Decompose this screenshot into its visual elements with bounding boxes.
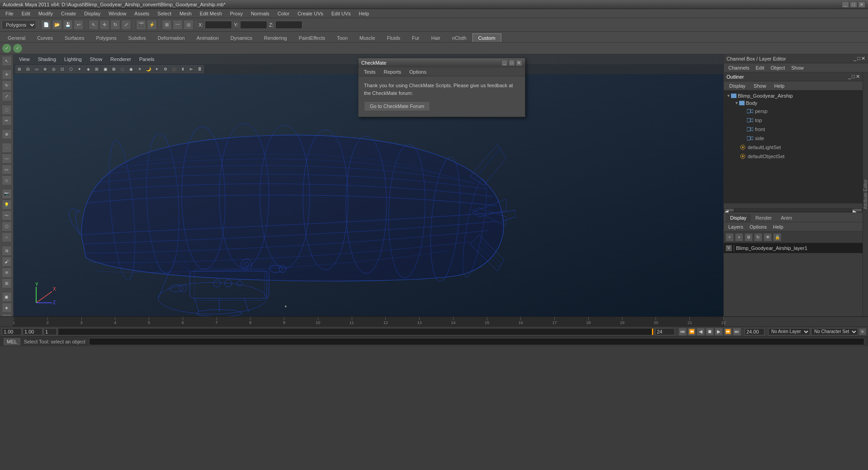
layer-btn[interactable]: ⧉ (2, 246, 12, 256)
layer-delete-btn[interactable]: × (735, 233, 743, 241)
layer-menu-help[interactable]: Help (770, 223, 786, 230)
vp-tb-12[interactable]: ⊠ (110, 65, 118, 73)
menu-file[interactable]: File (2, 10, 17, 17)
tab-dynamics[interactable]: Dynamics (225, 33, 258, 42)
layer-refresh-btn[interactable]: ↻ (754, 233, 762, 241)
vp-menu-view[interactable]: View (15, 56, 33, 63)
tree-item-side[interactable]: side (726, 134, 861, 143)
vp-tb-7[interactable]: ⬡ (67, 65, 75, 73)
layer-lock-btn[interactable]: 🔒 (773, 233, 781, 241)
move-mode-btn[interactable]: ✛ (2, 70, 12, 80)
camera-btn[interactable]: 📷 (2, 189, 12, 199)
vp-tb-11[interactable]: ▣ (101, 65, 109, 73)
vp-tb-5[interactable]: ◎ (50, 65, 58, 73)
outliner-scroll-right[interactable]: ▶ (853, 209, 862, 212)
tree-item-front[interactable]: front (726, 125, 861, 134)
timeline-ruler[interactable]: 12345678910111213141516171819202122 (14, 317, 723, 326)
outliner-scroll-left[interactable]: ◀ (725, 209, 734, 212)
select-mode-btn[interactable]: ↖ (2, 56, 12, 66)
show-manip-btn[interactable]: ⊕ (2, 129, 12, 139)
timeline-bar[interactable] (58, 328, 654, 335)
rotate-tool-btn[interactable]: ↻ (110, 20, 120, 30)
range-end2-input[interactable] (745, 328, 764, 335)
play-back-btn[interactable]: ◀ (697, 328, 705, 336)
tree-item-lightset[interactable]: defaultLightSet (726, 143, 861, 152)
vp-tb-22[interactable]: ≣ (196, 65, 204, 73)
vp-menu-shading[interactable]: Shading (34, 56, 60, 63)
cb-menu-channels[interactable]: Channels (726, 64, 752, 71)
render-btn[interactable]: 🎬 (136, 20, 146, 30)
menu-color[interactable]: Color (274, 10, 293, 17)
cm-menu-tests[interactable]: Tests (360, 68, 379, 75)
menu-display[interactable]: Display (80, 10, 104, 17)
step-back-btn[interactable]: ⏪ (688, 328, 696, 336)
go-to-start-btn[interactable]: ⏮ (679, 328, 687, 336)
range-start2-input[interactable] (23, 328, 42, 335)
tree-item-blimp[interactable]: ▼ Blimp_Goodyear_Airship (726, 92, 861, 99)
channel-box-minimize[interactable]: _ (854, 56, 856, 61)
scale-mode-btn[interactable]: ⤢ (2, 91, 12, 101)
vp-tb-10[interactable]: ⊞ (93, 65, 101, 73)
go-to-end-btn[interactable]: ⏭ (733, 328, 741, 336)
extra-btn-2[interactable]: ◈ (2, 303, 12, 313)
tab-subdivs[interactable]: Subdivs (123, 33, 152, 42)
char-set-select[interactable]: No Character Set (811, 328, 858, 335)
vp-menu-renderer[interactable]: Renderer (107, 56, 135, 63)
snap-grid-btn[interactable]: ⊞ (162, 20, 172, 30)
menu-proxy[interactable]: Proxy (226, 10, 246, 17)
vp-tb-9[interactable]: ◈ (84, 65, 92, 73)
menu-mesh[interactable]: Mesh (176, 10, 195, 17)
menu-create-uvs[interactable]: Create UVs (294, 10, 327, 17)
layer-tab-anim[interactable]: Anim (776, 214, 797, 222)
tab-rendering[interactable]: Rendering (258, 33, 293, 42)
paint-btn[interactable]: 🖌 (2, 257, 12, 267)
tab-painteffects[interactable]: PaintEffects (293, 33, 331, 42)
snap-curve-btn[interactable]: 〰 (173, 20, 183, 30)
vp-menu-show[interactable]: Show (86, 56, 106, 63)
vp-menu-lighting[interactable]: Lighting (61, 56, 85, 63)
layer-tab-render[interactable]: Render (751, 214, 776, 222)
menu-help[interactable]: Help (355, 10, 373, 17)
tree-item-top[interactable]: top (726, 116, 861, 125)
soft-select-btn[interactable]: ◌ (2, 105, 12, 115)
layer-menu-layers[interactable]: Layers (726, 223, 746, 230)
move-tool-btn[interactable]: ✛ (99, 20, 109, 30)
menu-edit-uvs[interactable]: Edit UVs (328, 10, 354, 17)
menu-assets[interactable]: Assets (131, 10, 153, 17)
menu-window[interactable]: Window (105, 10, 130, 17)
open-scene-btn[interactable]: 📂 (52, 20, 62, 30)
tab-ncloth[interactable]: nCloth (446, 33, 472, 42)
z-coord-input[interactable] (275, 21, 302, 29)
outliner-maximize[interactable]: □ (852, 74, 855, 80)
range-frame-input[interactable] (43, 328, 57, 335)
cb-menu-edit[interactable]: Edit (753, 64, 767, 71)
tab-animation[interactable]: Animation (191, 33, 225, 42)
cloth-btn[interactable]: ⊞ (2, 278, 12, 288)
maximize-button[interactable]: □ (850, 1, 857, 8)
tab-muscle[interactable]: Muscle (354, 33, 381, 42)
outliner-menu-show[interactable]: Show (750, 82, 770, 89)
vp-menu-panels[interactable]: Panels (136, 56, 158, 63)
light-btn[interactable]: 💡 (2, 200, 12, 210)
vp-tb-2[interactable]: ⊟ (24, 65, 32, 73)
tree-item-body[interactable]: ▼ Body (726, 99, 861, 107)
tab-surfaces[interactable]: Surfaces (59, 33, 90, 42)
dynamics-btn[interactable]: ≋ (2, 268, 12, 277)
vp-tb-6[interactable]: ⊡ (58, 65, 66, 73)
vp-tb-8[interactable]: ✦ (75, 65, 84, 73)
paint-select-btn[interactable]: ✏ (2, 116, 12, 126)
vp-tb-18[interactable]: ⚙ (161, 65, 170, 73)
scale-tool-btn[interactable]: ⤢ (121, 20, 131, 30)
layer-menu-options[interactable]: Options (747, 223, 769, 230)
tab-general[interactable]: General (2, 33, 31, 42)
curve-btn[interactable]: 〜 (2, 211, 12, 221)
vp-tb-1[interactable]: ⊞ (15, 65, 24, 73)
outliner-close[interactable]: ✕ (856, 74, 860, 80)
play-forward-btn[interactable]: ▶ (715, 328, 723, 336)
menu-create[interactable]: Create (57, 10, 80, 17)
range-options-btn[interactable]: ≡ (859, 328, 866, 335)
menu-select[interactable]: Select (154, 10, 175, 17)
rotate-mode-btn[interactable]: ↻ (2, 80, 12, 90)
go-to-forum-button[interactable]: Go to CheckMate Forum (364, 101, 430, 111)
tab-toon[interactable]: Toon (331, 33, 354, 42)
